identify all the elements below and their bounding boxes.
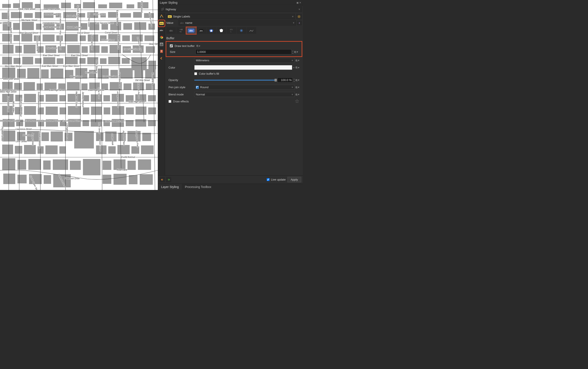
svg-rect-183 [113,159,126,170]
svg-rect-178 [43,161,51,170]
dock-controls[interactable]: ▣ ✕ [296,1,301,4]
street-label: Water Street [85,72,97,74]
data-defined-icon[interactable]: ▾ [296,78,299,82]
svg-rect-220 [160,44,161,46]
svg-rect-68 [146,46,155,53]
text-subtab[interactable]: abc [166,27,176,34]
layer-selector[interactable]: highway ▾ [159,6,302,12]
street-label: Rose Street [98,87,100,99]
apply-button[interactable]: Apply [288,177,301,182]
draw-text-buffer-checkbox[interactable] [170,44,173,47]
svg-rect-69 [2,57,12,64]
svg-rect-156 [51,132,63,142]
effects-star-icon[interactable] [295,99,299,103]
masks-tab[interactable]: abc [159,27,165,33]
svg-text:abc: abc [189,30,193,32]
street-label: Lexington Avenue [66,123,68,141]
street-label: East Main Street [63,65,80,67]
street-label: Patterson Drive [65,177,80,180]
formatting-subtab[interactable]: +ab<c [176,27,186,34]
vertical-tabs: abc abc [158,13,165,175]
rendering-subtab[interactable] [247,27,256,34]
data-defined-icon[interactable]: ▾ [296,65,299,70]
data-defined-icon[interactable]: ▾ [296,59,299,62]
svg-rect-127 [38,107,44,114]
label-settings-button[interactable] [296,14,302,19]
svg-rect-80 [122,58,130,64]
data-defined-icon[interactable]: ▾ [296,85,299,89]
svg-rect-150 [135,119,146,127]
street-label: Euclid Avenue [121,156,135,158]
mask-subtab[interactable]: abc [196,27,206,34]
map-canvas[interactable]: West Third Street East Third Street Hous… [0,0,158,190]
svg-text:abc: abc [169,16,171,18]
draw-effects-checkbox[interactable] [169,100,171,103]
street-label: Constitution Street [43,22,60,24]
data-defined-icon[interactable]: ▾ [196,44,200,48]
street-label: Mechanic Street [21,19,37,21]
street-label: East Third Street [44,8,60,10]
svg-rect-158 [74,131,94,148]
data-defined-icon[interactable]: ▾ [296,92,299,96]
svg-rect-223 [160,50,163,53]
highlight-box: Draw text buffer ▾ Size ▴▾ ▾ [166,41,302,57]
opacity-slider[interactable] [194,80,277,81]
svg-rect-99 [37,83,43,90]
live-update-checkbox[interactable] [267,178,269,181]
undo-button[interactable] [160,177,165,182]
labels-tab[interactable]: abc [159,20,165,26]
processing-toolbox-tab[interactable]: Processing Toolbox [182,184,214,190]
svg-rect-114 [46,94,58,102]
redo-button[interactable] [166,177,171,182]
value-hint: abc [180,22,184,24]
svg-rect-28 [13,23,20,30]
live-update-toggle[interactable]: Live update [267,178,286,181]
callouts-subtab[interactable]: abc↘ [227,27,236,34]
street-label: East High Street [88,89,104,91]
shadow-subtab[interactable] [217,27,226,34]
label-mode-selector[interactable]: abc Single Labels ▾ [166,14,295,19]
street-label: Lime Street [16,140,27,143]
undo-tab[interactable] [159,55,165,61]
street-label: January Avenue [82,92,84,107]
street-label: East Main Street [42,65,58,67]
svg-rect-54 [144,35,154,41]
street-label: ld Street [0,22,8,24]
color-buffer-fill-checkbox[interactable] [194,72,197,75]
color-label: Color [169,66,192,69]
diagrams-tab[interactable] [159,41,165,47]
svg-rect-135 [126,107,134,114]
color-buffer-fill-label: Color buffer's fill [199,72,219,75]
buffer-subtab[interactable]: abc [186,27,196,34]
layer-styling-tab[interactable]: Layer Styling [158,184,182,190]
label-subtabs: abc +ab<c abc abc abc↘ [166,26,302,35]
symbology-tab[interactable] [159,13,165,20]
value-field-selector[interactable]: abc name ▾ [179,20,296,26]
svg-rect-181 [83,159,100,175]
data-defined-icon[interactable]: ▾ [294,50,298,54]
background-subtab[interactable] [207,27,216,34]
svg-rect-62 [82,46,88,53]
svg-rect-166 [24,145,36,154]
pen-join-selector[interactable]: Round ▾ [194,85,295,90]
size-input[interactable] [196,49,291,54]
svg-rect-129 [60,107,66,114]
street-label: East Short Street [124,48,140,51]
svg-rect-112 [24,94,36,102]
footer-bar: Live update Apply [158,175,303,184]
placement-subtab[interactable] [237,27,246,34]
street-label: West High Street [0,91,16,93]
svg-rect-39 [134,22,146,30]
svg-rect-84 [17,69,26,78]
street-label: Elm Tree Lane [88,13,90,27]
expression-button[interactable]: ε [297,21,302,25]
3d-view-tab[interactable] [159,34,165,41]
size-unit-selector[interactable]: Millimeters ▾ [194,58,295,63]
color-picker[interactable] [194,65,292,70]
blend-mode-selector[interactable]: Normal ▾ [194,92,295,97]
svg-rect-119 [103,95,110,101]
history-tab[interactable] [159,48,165,54]
pen-join-label: Pen join style [169,86,192,89]
label-mode-text: Single Labels [173,15,190,18]
opacity-input[interactable] [277,78,293,82]
